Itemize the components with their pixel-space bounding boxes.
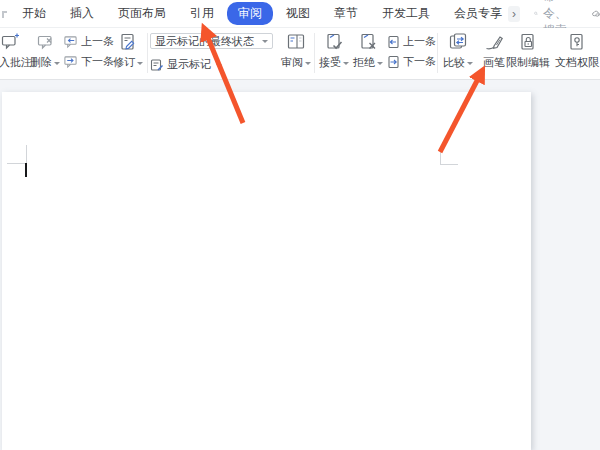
revise-label: 修订 (113, 55, 135, 70)
pen-brush-icon (484, 32, 504, 52)
compare-icon (448, 32, 468, 52)
show-markup-label: 显示标记 (167, 57, 211, 72)
dropdown-caret-icon (377, 62, 383, 68)
restrict-editing-button[interactable]: 限制编辑 (504, 30, 552, 77)
doc-permission-button[interactable]: 文档权限 (552, 30, 600, 77)
next-change-button[interactable]: 下一条 (386, 54, 436, 69)
markup-state-select[interactable]: 显示标记的最终状态 (150, 33, 273, 49)
document-page[interactable] (2, 92, 531, 450)
tab-review[interactable]: 审阅 (227, 2, 273, 25)
dropdown-caret-icon (467, 62, 473, 68)
prev-comment-button[interactable]: 上一条 (63, 34, 114, 49)
show-markup-icon (150, 58, 164, 72)
accept-change-button[interactable]: 接受 (316, 30, 352, 77)
tab-member[interactable]: 会员专享 (442, 2, 506, 25)
next-change-label: 下一条 (403, 54, 436, 69)
accept-check-icon (324, 32, 344, 52)
delete-comment-button[interactable]: 删除 (27, 30, 63, 77)
comment-prev-icon (63, 35, 78, 49)
next-comment-button[interactable]: 下一条 (63, 54, 114, 69)
tab-insert[interactable]: 插入 (58, 2, 106, 25)
pen-label: 画笔 (483, 55, 505, 70)
accept-label: 接受 (319, 55, 341, 70)
doc-next-icon (386, 55, 400, 69)
dropdown-caret-icon (216, 64, 222, 70)
track-changes-button[interactable]: 修订 (110, 30, 146, 77)
dropdown-caret-icon (262, 40, 268, 46)
reject-label: 拒绝 (353, 55, 375, 70)
markup-state-value: 显示标记的最终状态 (155, 34, 254, 49)
show-markup-button[interactable]: 显示标记 (150, 57, 222, 72)
menu-bar: 开始 插入 页面布局 引用 审阅 视图 章节 开发工具 会员专享 › 查找命令、… (0, 0, 600, 28)
ribbon-separator (437, 33, 438, 73)
comment-x-icon (35, 32, 55, 52)
text-caret (25, 163, 27, 177)
crop-mark-top-right (440, 150, 441, 164)
delete-comment-label: 删除 (30, 55, 52, 70)
restrict-editing-label: 限制编辑 (506, 55, 550, 70)
search-icon (534, 7, 538, 20)
tab-home[interactable]: 开始 (10, 2, 58, 25)
ribbon-separator (314, 33, 315, 73)
more-tabs-chevron-icon[interactable]: › (508, 6, 520, 22)
comment-next-icon (63, 55, 78, 69)
prev-change-button[interactable]: 上一条 (386, 34, 436, 49)
menu-tabs: 开始 插入 页面布局 引用 审阅 视图 章节 开发工具 会员专享 › (10, 2, 520, 25)
crop-mark-top-right (440, 164, 458, 165)
tab-references[interactable]: 引用 (178, 2, 226, 25)
doc-prev-icon (386, 35, 400, 49)
crop-mark-top-left (7, 163, 26, 164)
dropdown-caret-icon (305, 62, 311, 68)
compare-button[interactable]: 比较 (440, 30, 476, 77)
review-pane-button[interactable]: 审阅 (278, 30, 314, 77)
doc-permission-label: 文档权限 (555, 55, 599, 70)
wps-writer-window: 开始 插入 页面布局 引用 审阅 视图 章节 开发工具 会员专享 › 查找命令、… (0, 0, 600, 450)
compare-label: 比较 (443, 55, 465, 70)
crop-mark-top-left (26, 145, 27, 163)
reject-change-button[interactable]: 拒绝 (350, 30, 386, 77)
reject-x-icon (358, 32, 378, 52)
tab-view[interactable]: 视图 (274, 2, 322, 25)
dropdown-caret-icon (343, 62, 349, 68)
key-page-icon (567, 32, 587, 52)
clipped-menu-icon (2, 11, 7, 18)
tab-page-layout[interactable]: 页面布局 (106, 2, 178, 25)
tab-section[interactable]: 章节 (322, 2, 370, 25)
review-pane-label: 审阅 (281, 55, 303, 70)
review-ribbon: 插入批注 删除 上一条 下一条 (0, 28, 600, 80)
document-area (0, 80, 600, 450)
cloud-sync-icon (592, 7, 600, 20)
review-pane-icon (286, 32, 306, 52)
comment-plus-icon (0, 32, 20, 52)
prev-change-label: 上一条 (403, 34, 436, 49)
dropdown-caret-icon (137, 62, 143, 68)
ribbon-separator (147, 33, 148, 73)
lock-page-icon (518, 32, 538, 52)
revise-pencil-icon (118, 32, 138, 52)
dropdown-caret-icon (54, 62, 60, 68)
tab-dev-tools[interactable]: 开发工具 (370, 2, 442, 25)
